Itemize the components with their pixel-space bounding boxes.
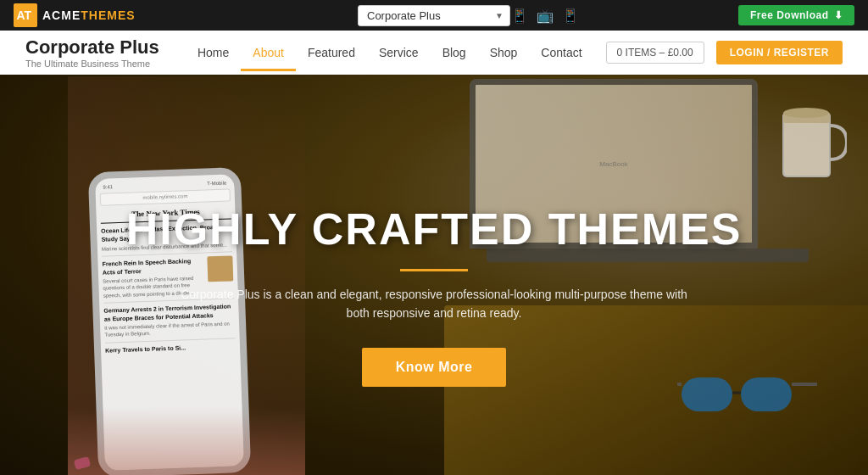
header-right: Home About Featured Service Blog Shop Co… [186,34,843,71]
tablet-icon[interactable]: 📱 [511,8,528,24]
hero-divider [400,269,468,271]
hero-cta-button[interactable]: Know More [362,348,507,387]
hero-content: HIGHLY CRAFTED THEMES Corporate Plus is … [0,117,868,475]
site-title-area: Corporate Plus The Ultimate Business The… [25,36,159,69]
free-download-button[interactable]: Free Download ⬇ [738,5,854,25]
hero-subtitle: Corporate Plus is a clean and elegant, r… [180,285,688,323]
top-center: Corporate Plus Business Pro Agency Theme… [294,8,579,24]
logo-text: ACMETHEMES [42,8,136,22]
theme-selector: Corporate Plus Business Pro Agency Theme… [358,5,510,26]
top-bar: AT ACMETHEMES Corporate Plus Business Pr… [0,0,868,31]
nav-item-contact[interactable]: Contact [529,34,593,71]
logo-acme: ACME [42,8,81,22]
logo-icon: AT [14,3,37,27]
hero-title: HIGHLY CRAFTED THEMES [126,205,743,254]
top-right-area: Free Download ⬇ [738,5,854,25]
tv-icon[interactable]: 📺 [537,8,554,24]
site-title: Corporate Plus [25,36,159,59]
nav-item-service[interactable]: Service [367,34,431,71]
nav-item-about[interactable]: About [241,34,296,71]
cart-button[interactable]: 0 ITEMS – £0.00 [606,42,704,64]
download-icon: ⬇ [834,9,843,21]
main-navigation: Home About Featured Service Blog Shop Co… [186,34,594,71]
login-register-button[interactable]: LOGIN / REGISTER [716,41,843,64]
theme-select-dropdown[interactable]: Corporate Plus Business Pro Agency Theme… [358,5,510,26]
hero-section: MacBook 9: [0,75,868,475]
logo-themes: THEMES [81,8,135,22]
nav-item-featured[interactable]: Featured [296,34,367,71]
svg-text:AT: AT [17,8,32,22]
site-subtitle: The Ultimate Business Theme [25,59,159,69]
mobile-icon[interactable]: 📱 [562,8,579,24]
nav-item-shop[interactable]: Shop [478,34,530,71]
nav-item-blog[interactable]: Blog [431,34,478,71]
free-download-label: Free Download [750,9,829,21]
site-header: Corporate Plus The Ultimate Business The… [0,31,868,75]
logo-area: AT ACMETHEMES [14,3,136,27]
select-wrapper[interactable]: Corporate Plus Business Pro Agency Theme… [358,5,510,26]
nav-item-home[interactable]: Home [186,34,241,71]
